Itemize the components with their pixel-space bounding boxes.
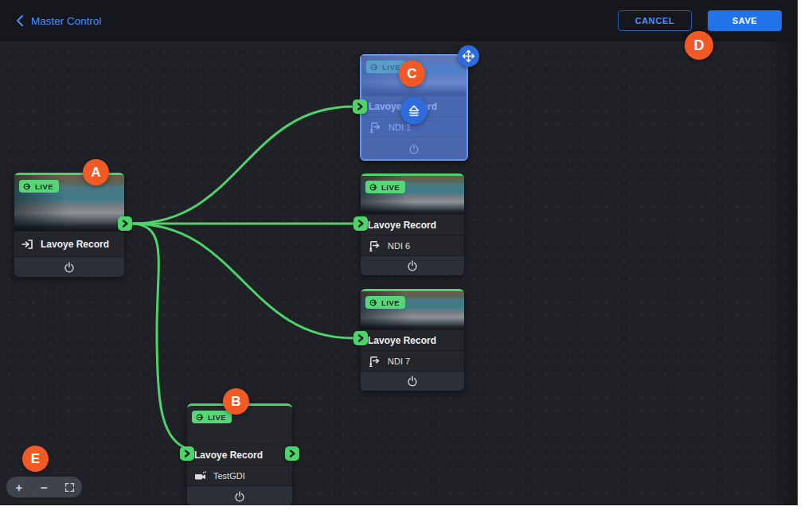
- canvas-zoom-controls: + −: [6, 477, 82, 497]
- input-port-ndi7[interactable]: [353, 331, 368, 345]
- node-source[interactable]: LIVE Lavoye Record: [14, 173, 124, 277]
- power-icon: [407, 260, 418, 271]
- node-title: Lavoye Record: [368, 220, 436, 231]
- stream-icon: [369, 183, 378, 192]
- live-label: LIVE: [208, 413, 226, 422]
- power-button[interactable]: [361, 255, 464, 275]
- zoom-in-button[interactable]: +: [10, 477, 29, 497]
- video-thumbnail: LIVE: [14, 175, 124, 231]
- fit-view-button[interactable]: [60, 477, 79, 497]
- node-title: Lavoye Record: [194, 450, 263, 461]
- power-icon: [64, 262, 75, 273]
- input-icon: [21, 239, 34, 250]
- zoom-out-button[interactable]: −: [34, 477, 53, 497]
- fit-view-icon: [64, 482, 75, 493]
- output-name: NDI 6: [388, 241, 410, 251]
- node-title-row: Lavoye Record: [14, 231, 124, 256]
- video-thumbnail: LIVE: [361, 176, 464, 214]
- power-icon: [234, 491, 245, 502]
- output-port-testgdi[interactable]: [285, 446, 299, 461]
- node-testgdi[interactable]: LIVE Lavoye Record TestGDI: [187, 403, 292, 505]
- stream-icon: [196, 413, 205, 422]
- node-title: Lavoye Record: [368, 335, 436, 346]
- video-thumbnail: LIVE: [361, 291, 464, 329]
- live-label: LIVE: [35, 182, 53, 191]
- output-name: TestGDI: [213, 471, 245, 481]
- node-title-row: Lavoye Record: [361, 214, 464, 235]
- live-label: LIVE: [382, 63, 400, 72]
- move-handle[interactable]: [458, 45, 479, 67]
- move-icon: [462, 49, 475, 63]
- annotation-marker-b: B: [223, 388, 249, 415]
- eject-icon: [407, 104, 421, 117]
- save-button[interactable]: SAVE: [708, 10, 782, 31]
- input-port-testgdi[interactable]: [180, 446, 194, 461]
- capture-device-icon: [194, 471, 207, 481]
- annotation-marker-e: E: [22, 446, 49, 472]
- power-icon: [408, 143, 420, 154]
- node-title-row: Lavoye Record: [361, 329, 464, 350]
- top-bar: Master Control CANCEL SAVE: [0, 0, 798, 41]
- annotation-marker-d: D: [685, 31, 713, 60]
- stream-icon: [370, 63, 379, 72]
- annotation-marker-c: C: [399, 60, 425, 87]
- node-output-row: TestGDI: [187, 465, 292, 485]
- input-port-ndi6[interactable]: [353, 216, 368, 231]
- output-port-source[interactable]: [118, 216, 132, 231]
- eject-button[interactable]: [400, 97, 427, 124]
- stream-icon: [23, 182, 32, 191]
- back-link[interactable]: Master Control: [16, 14, 102, 27]
- node-ndi6[interactable]: LIVE Lavoye Record NDI 6: [361, 173, 464, 275]
- live-badge: LIVE: [192, 411, 232, 423]
- output-name: NDI 1: [388, 123, 411, 132]
- input-port-ndi1[interactable]: [353, 99, 367, 114]
- cancel-button[interactable]: CANCEL: [618, 10, 692, 31]
- node-output-row: NDI 7: [361, 350, 464, 371]
- back-chevron-icon: [16, 14, 24, 27]
- annotation-marker-a: A: [83, 159, 109, 185]
- power-icon: [407, 376, 418, 387]
- ndi-output-icon: [368, 240, 381, 251]
- live-badge: LIVE: [365, 296, 405, 309]
- power-button[interactable]: [14, 256, 124, 277]
- output-name: NDI 7: [388, 356, 410, 366]
- power-button[interactable]: [361, 137, 467, 159]
- node-title: Lavoye Record: [41, 239, 109, 250]
- node-ndi7[interactable]: LIVE Lavoye Record NDI 7: [361, 289, 464, 391]
- power-button[interactable]: [187, 485, 292, 505]
- node-title-row: Lavoye Record: [187, 444, 292, 465]
- stream-icon: [369, 298, 378, 307]
- node-output-row: NDI 6: [361, 235, 464, 255]
- back-label: Master Control: [31, 15, 102, 27]
- live-label: LIVE: [381, 183, 400, 192]
- header-actions: CANCEL SAVE: [618, 10, 782, 31]
- ndi-output-icon: [369, 121, 382, 133]
- live-badge: LIVE: [365, 181, 405, 193]
- ndi-output-icon: [368, 355, 381, 367]
- live-badge: LIVE: [19, 180, 59, 193]
- live-label: LIVE: [381, 298, 400, 307]
- power-button[interactable]: [361, 371, 464, 391]
